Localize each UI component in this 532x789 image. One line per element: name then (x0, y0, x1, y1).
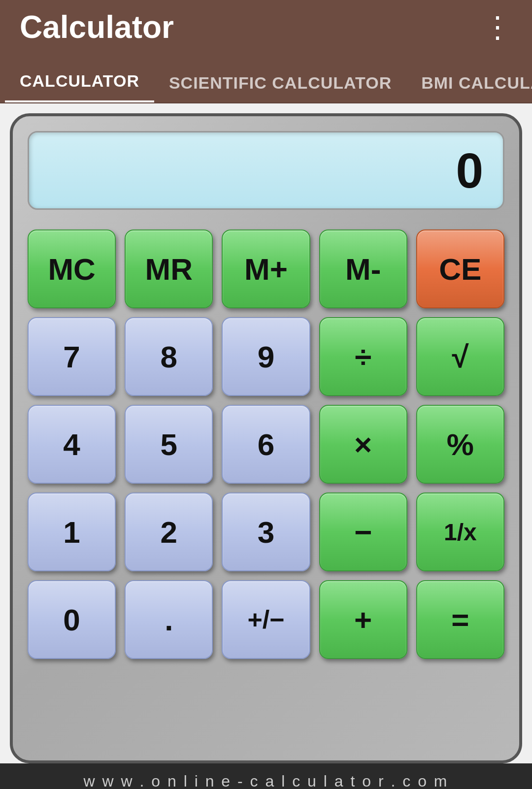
mr-button[interactable]: MR (125, 230, 213, 308)
five-button[interactable]: 5 (125, 405, 213, 484)
equals-button[interactable]: = (416, 580, 504, 659)
button-grid: MC MR M+ M- CE 7 8 9 ÷ √ 4 5 6 × % 1 2 3… (28, 230, 504, 659)
subtract-button[interactable]: − (319, 493, 407, 571)
footer: w w w . o n l i n e - c a l c u l a t o … (0, 763, 532, 789)
sqrt-button[interactable]: √ (416, 317, 504, 396)
tab-scientific[interactable]: SCIENTIFIC CALCULATOR (154, 64, 406, 102)
four-button[interactable]: 4 (28, 405, 116, 484)
tab-bmi[interactable]: BMI CALCULA (406, 64, 532, 102)
three-button[interactable]: 3 (222, 493, 310, 571)
nine-button[interactable]: 9 (222, 317, 310, 396)
m-minus-button[interactable]: M- (319, 230, 407, 308)
eight-button[interactable]: 8 (125, 317, 213, 396)
app-bar: Calculator ⋮ (0, 0, 532, 54)
seven-button[interactable]: 7 (28, 317, 116, 396)
percent-button[interactable]: % (416, 405, 504, 484)
add-button[interactable]: + (319, 580, 407, 659)
calculator-body: 0 MC MR M+ M- CE 7 8 9 ÷ √ 4 5 6 × % 1 2… (10, 113, 522, 763)
ce-button[interactable]: CE (416, 230, 504, 308)
footer-text: w w w . o n l i n e - c a l c u l a t o … (84, 772, 449, 789)
decimal-button[interactable]: . (125, 580, 213, 659)
tab-calculator[interactable]: CALCULATOR (5, 62, 154, 102)
six-button[interactable]: 6 (222, 405, 310, 484)
display-value: 0 (456, 142, 483, 199)
divide-button[interactable]: ÷ (319, 317, 407, 396)
mc-button[interactable]: MC (28, 230, 116, 308)
m-plus-button[interactable]: M+ (222, 230, 310, 308)
app-title: Calculator (20, 9, 174, 45)
zero-button[interactable]: 0 (28, 580, 116, 659)
menu-icon[interactable]: ⋮ (483, 10, 512, 44)
display: 0 (28, 131, 504, 210)
tab-bar: CALCULATOR SCIENTIFIC CALCULATOR BMI CAL… (0, 54, 532, 103)
one-button[interactable]: 1 (28, 493, 116, 571)
plus-minus-button[interactable]: +/− (222, 580, 310, 659)
two-button[interactable]: 2 (125, 493, 213, 571)
multiply-button[interactable]: × (319, 405, 407, 484)
reciprocal-button[interactable]: 1/x (416, 493, 504, 571)
